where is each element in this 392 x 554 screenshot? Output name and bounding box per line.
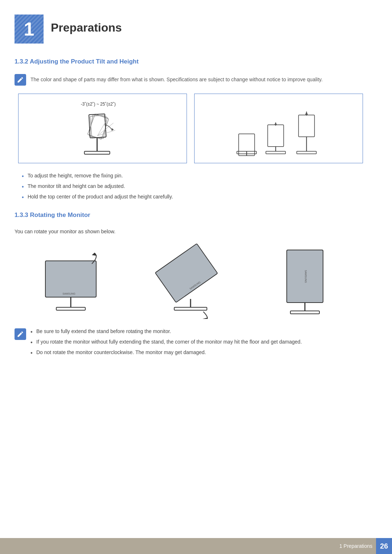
svg-rect-14: [268, 125, 284, 147]
note-bullet-item: Do not rotate the monitor counterclockwi…: [30, 349, 302, 356]
bullet-item: The monitor tilt and height can be adjus…: [22, 182, 363, 190]
svg-rect-1: [85, 151, 110, 154]
chapter-number-box: 1: [15, 15, 44, 44]
chapter-header: 1 Preparations: [15, 11, 363, 44]
note-icon-132: [15, 74, 26, 86]
height-diagram: [194, 94, 363, 163]
svg-text:-3˚(±2˚) ~ 25˚(±2˚): -3˚(±2˚) ~ 25˚(±2˚): [81, 102, 116, 107]
svg-rect-29: [155, 244, 218, 303]
rotate-svg-2: SAMSUNG: [147, 243, 234, 319]
rotate-diagram-2: SAMSUNG: [134, 243, 247, 319]
svg-rect-24: [45, 261, 96, 297]
diagrams-row-tilt: -3˚(±2˚) ~ 25˚(±2˚): [18, 94, 363, 163]
pencil-icon: [17, 76, 24, 83]
svg-text:SAMSUNG: SAMSUNG: [305, 270, 307, 283]
note-box-132: The color and shape of parts may differ …: [15, 74, 363, 86]
svg-rect-27: [56, 307, 85, 310]
svg-marker-28: [92, 253, 97, 256]
rotate-svg-3: SAMSUNG: [278, 243, 336, 319]
tilt-diagram: -3˚(±2˚) ~ 25˚(±2˚): [18, 94, 187, 163]
pencil-icon-2: [17, 331, 24, 338]
note-bullet-item: If you rotate the monitor without fully …: [30, 338, 302, 346]
note-combo-133: Be sure to fully extend the stand before…: [15, 328, 363, 359]
height-diagram-svg: [198, 98, 359, 159]
note-bullet-item: Be sure to fully extend the stand before…: [30, 328, 302, 335]
bullet-list-132: To adjust the height, remove the fixing …: [22, 172, 363, 201]
svg-rect-16: [266, 151, 286, 154]
tilt-diagram-svg: -3˚(±2˚) ~ 25˚(±2˚): [22, 98, 183, 159]
section-132-heading: 1.3.2 Adjusting the Product Tilt and Hei…: [15, 58, 363, 67]
bullet-item: To adjust the height, remove the fixing …: [22, 172, 363, 180]
svg-text:SAMSUNG: SAMSUNG: [62, 292, 75, 295]
rotate-diagram-3: SAMSUNG: [250, 243, 363, 319]
note-text-132: The color and shape of parts may differ …: [30, 74, 323, 83]
svg-rect-32: [174, 307, 207, 310]
note-icon-133: [15, 328, 26, 340]
section-132: 1.3.2 Adjusting the Product Tilt and Hei…: [15, 58, 363, 201]
footer-text: 1 Preparations: [339, 543, 376, 549]
chapter-number: 1: [24, 18, 34, 40]
svg-marker-18: [274, 122, 277, 125]
svg-rect-37: [290, 311, 319, 314]
section-133: 1.3.3 Rotating the Monitor You can rotat…: [15, 212, 363, 359]
note-bullets-133: Be sure to fully extend the stand before…: [30, 328, 302, 359]
svg-rect-21: [297, 151, 317, 154]
svg-marker-23: [305, 111, 308, 115]
rotate-svg-1: SAMSUNG: [38, 246, 111, 319]
chapter-title: Preparations: [44, 15, 122, 34]
page-footer: 1 Preparations 26: [0, 538, 392, 554]
rotate-diagrams-row: SAMSUNG SAMSUNG: [18, 243, 363, 319]
svg-marker-10: [112, 128, 114, 131]
bullet-item: Hold the top center of the product and a…: [22, 193, 363, 201]
rotate-diagram-1: SAMSUNG: [18, 246, 131, 319]
svg-rect-19: [299, 115, 315, 137]
footer-page-number: 26: [376, 538, 392, 554]
section-133-heading: 1.3.3 Rotating the Monitor: [15, 212, 363, 221]
section-133-intro: You can rotate your monitor as shown bel…: [15, 227, 363, 235]
